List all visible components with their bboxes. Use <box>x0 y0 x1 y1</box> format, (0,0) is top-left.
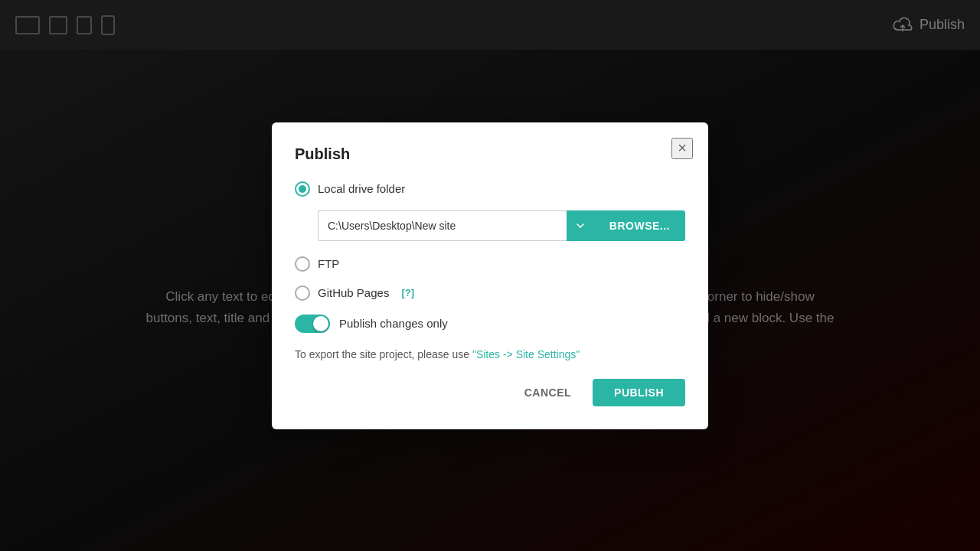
export-note-text: To export the site project, please use <box>295 348 472 360</box>
path-dropdown-button[interactable] <box>567 210 594 241</box>
path-input-row: BROWSE... <box>318 210 685 241</box>
local-drive-option[interactable]: Local drive folder <box>295 181 685 197</box>
toggle-label: Publish changes only <box>339 317 448 330</box>
cancel-button[interactable]: CANCEL <box>512 379 583 406</box>
dialog-title: Publish <box>295 145 685 163</box>
github-label: GitHub Pages <box>318 286 389 299</box>
publish-changes-toggle[interactable] <box>295 315 330 333</box>
toggle-row: Publish changes only <box>295 315 685 333</box>
publish-dialog: Publish × Local drive folder BROWSE... F… <box>272 122 708 429</box>
local-drive-label: Local drive folder <box>318 182 405 195</box>
github-help-link[interactable]: [?] <box>401 287 414 298</box>
ftp-label: FTP <box>318 257 339 270</box>
ftp-option[interactable]: FTP <box>295 256 685 272</box>
dialog-footer: CANCEL PUBLISH <box>295 379 685 406</box>
chevron-down-icon <box>577 223 584 228</box>
github-radio[interactable] <box>295 285 310 301</box>
export-note: To export the site project, please use "… <box>295 348 685 360</box>
ftp-radio[interactable] <box>295 256 310 272</box>
publish-button[interactable]: PUBLISH <box>593 379 685 406</box>
dialog-close-button[interactable]: × <box>671 138 693 159</box>
browse-button[interactable]: BROWSE... <box>594 210 685 241</box>
local-drive-radio[interactable] <box>295 181 310 197</box>
export-link[interactable]: "Sites -> Site Settings" <box>472 348 580 360</box>
path-input[interactable] <box>318 210 567 241</box>
github-option[interactable]: GitHub Pages [?] <box>295 285 685 301</box>
modal-overlay: Publish × Local drive folder BROWSE... F… <box>0 0 980 551</box>
